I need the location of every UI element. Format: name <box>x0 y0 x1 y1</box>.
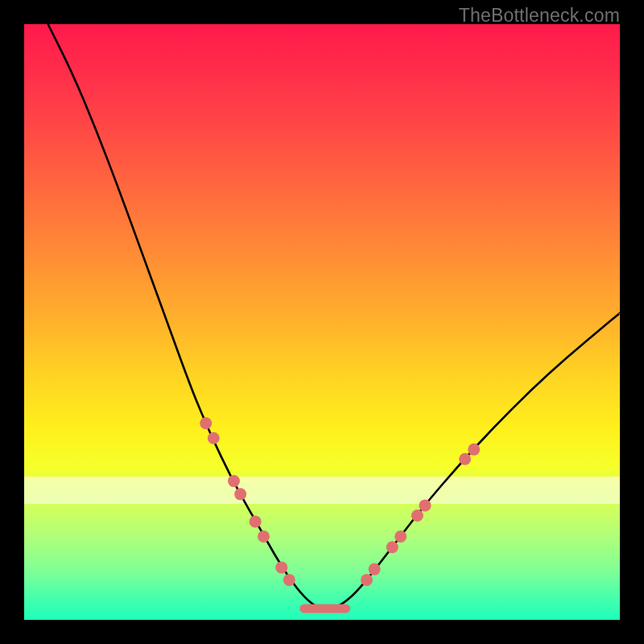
data-dot <box>283 574 295 586</box>
data-dot <box>200 417 212 429</box>
data-dot <box>411 510 423 522</box>
chart-svg <box>24 24 620 620</box>
plot-area <box>24 24 620 620</box>
data-dot <box>258 530 270 543</box>
attribution-label: TheBottleneck.com <box>459 5 620 27</box>
data-dot <box>275 561 287 573</box>
data-dot <box>228 475 240 487</box>
data-dot <box>419 499 431 511</box>
data-dot <box>459 453 471 465</box>
data-dot <box>208 432 220 444</box>
bottleneck-curve <box>48 24 620 609</box>
data-dot <box>386 541 398 553</box>
data-dot <box>369 564 381 576</box>
data-dot <box>468 444 480 456</box>
data-dot <box>361 574 373 586</box>
dots-left-group <box>200 417 295 586</box>
data-dot <box>234 488 246 500</box>
data-dot <box>250 515 262 527</box>
data-dot <box>394 530 407 543</box>
